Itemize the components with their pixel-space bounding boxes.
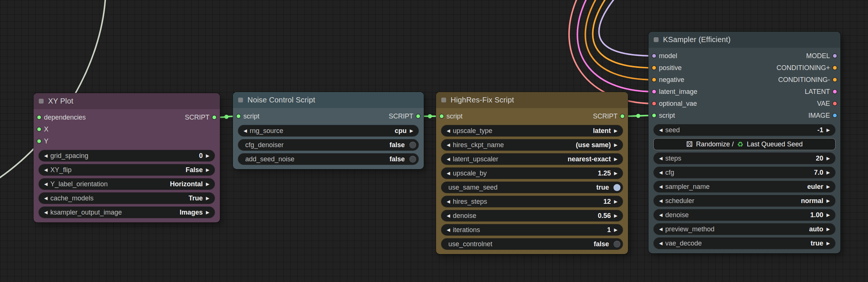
- decrement-arrow-icon[interactable]: ◀: [657, 184, 665, 189]
- input-slot-dot[interactable]: [652, 102, 656, 105]
- wire-latent-wire[interactable]: [577, 0, 653, 92]
- decrement-arrow-icon[interactable]: ◀: [42, 167, 50, 172]
- wire-vae-wire[interactable]: [569, 0, 653, 104]
- widget-hires_ckpt_name[interactable]: ◀hires_ckpt_name(use same)▶: [441, 139, 623, 150]
- input-slot-dot[interactable]: [652, 90, 656, 94]
- output-slot-SCRIPT[interactable]: SCRIPT: [593, 110, 624, 122]
- widget-upscale_type[interactable]: ◀upscale_typelatent▶: [441, 125, 623, 136]
- increment-arrow-icon[interactable]: ▶: [824, 127, 832, 133]
- collapse-icon[interactable]: [654, 37, 659, 42]
- input-slot-X[interactable]: X: [37, 123, 48, 135]
- increment-arrow-icon[interactable]: ▶: [612, 128, 619, 133]
- toggle-indicator[interactable]: [613, 241, 621, 248]
- input-slot-dot[interactable]: [652, 66, 656, 70]
- output-slot-dot[interactable]: [833, 54, 837, 58]
- input-slot-Y[interactable]: Y: [37, 135, 48, 147]
- input-slot-latent_image[interactable]: latent_image: [652, 86, 697, 98]
- input-slot-dot[interactable]: [237, 114, 240, 118]
- decrement-arrow-icon[interactable]: ◀: [657, 212, 665, 218]
- output-slot-SCRIPT[interactable]: SCRIPT: [185, 111, 216, 123]
- increment-arrow-icon[interactable]: ▶: [204, 196, 211, 201]
- output-slot-dot[interactable]: [833, 78, 837, 82]
- widget-XY_flip[interactable]: ◀XY_flipFalse▶: [39, 164, 215, 175]
- output-slot-LATENT[interactable]: LATENT: [805, 86, 837, 98]
- toggle-indicator[interactable]: [613, 184, 621, 191]
- output-slot-dot[interactable]: [833, 102, 837, 105]
- input-slot-negative[interactable]: negative: [652, 74, 684, 86]
- node-header[interactable]: KSampler (Efficient): [648, 32, 840, 48]
- widget-denoise[interactable]: ◀denoise1.00▶: [654, 209, 835, 221]
- decrement-arrow-icon[interactable]: ◀: [42, 153, 50, 158]
- decrement-arrow-icon[interactable]: ◀: [657, 198, 665, 203]
- output-slot-CONDITIONING-[interactable]: CONDITIONING-: [778, 74, 837, 86]
- decrement-arrow-icon[interactable]: ◀: [657, 226, 665, 232]
- node-graph-canvas[interactable]: XY PlotdependenciesSCRIPTXY◀grid_spacing…: [0, 0, 868, 282]
- node-header[interactable]: Noise Control Script: [233, 92, 424, 108]
- output-slot-SCRIPT[interactable]: SCRIPT: [389, 110, 420, 122]
- increment-arrow-icon[interactable]: ▶: [824, 170, 832, 175]
- increment-arrow-icon[interactable]: ▶: [612, 142, 619, 148]
- input-slot-script[interactable]: script: [652, 110, 675, 121]
- input-slot-dot[interactable]: [652, 114, 656, 117]
- toggle-indicator[interactable]: [409, 156, 416, 163]
- increment-arrow-icon[interactable]: ▶: [612, 171, 619, 176]
- widget-cfg[interactable]: ◀cfg7.0▶: [654, 167, 835, 178]
- collapse-icon[interactable]: [441, 98, 446, 102]
- collapse-icon[interactable]: [238, 98, 243, 102]
- collapse-icon[interactable]: [39, 99, 44, 104]
- widget-cache_models[interactable]: ◀cache_modelsTrue▶: [39, 193, 215, 204]
- widget-latent_upscaler[interactable]: ◀latent_upscalernearest-exact▶: [441, 153, 623, 165]
- widget-use_controlnet[interactable]: use_controlnetfalse: [441, 238, 623, 250]
- decrement-arrow-icon[interactable]: ◀: [657, 170, 665, 175]
- widget-cfg_denoiser[interactable]: cfg_denoiserfalse: [238, 139, 419, 150]
- node-header[interactable]: XY Plot: [34, 93, 220, 109]
- increment-arrow-icon[interactable]: ▶: [824, 184, 832, 189]
- widget-add_seed_noise[interactable]: add_seed_noisefalse: [238, 153, 419, 165]
- decrement-arrow-icon[interactable]: ◀: [445, 156, 452, 162]
- input-slot-optional_vae[interactable]: optional_vae: [652, 98, 697, 110]
- increment-arrow-icon[interactable]: ▶: [612, 227, 619, 232]
- widget-grid_spacing[interactable]: ◀grid_spacing0▶: [39, 150, 215, 161]
- input-slot-dependencies[interactable]: dependencies: [37, 111, 86, 123]
- link-midpoint-dot[interactable]: [428, 114, 432, 118]
- decrement-arrow-icon[interactable]: ◀: [445, 128, 452, 133]
- output-slot-VAE[interactable]: VAE: [817, 98, 837, 110]
- input-slot-positive[interactable]: positive: [652, 62, 682, 74]
- widget-vae_decode[interactable]: ◀vae_decodetrue▶: [654, 238, 835, 249]
- widget-steps[interactable]: ◀steps20▶: [654, 153, 835, 164]
- increment-arrow-icon[interactable]: ▶: [824, 241, 832, 246]
- link-midpoint-dot[interactable]: [636, 114, 640, 118]
- increment-arrow-icon[interactable]: ▶: [824, 198, 832, 203]
- input-slot-dot[interactable]: [440, 114, 444, 118]
- widget-scheduler[interactable]: ◀schedulernormal▶: [654, 195, 835, 206]
- output-slot-dot[interactable]: [833, 66, 837, 70]
- increment-arrow-icon[interactable]: ▶: [824, 226, 832, 232]
- wire-positive-wire[interactable]: [593, 0, 653, 68]
- output-slot-dot[interactable]: [833, 90, 837, 94]
- widget-sampler_name[interactable]: ◀sampler_nameeuler▶: [654, 181, 835, 192]
- decrement-arrow-icon[interactable]: ◀: [657, 127, 665, 133]
- output-slot-CONDITIONING+[interactable]: CONDITIONING+: [776, 62, 837, 74]
- wire-negative-wire[interactable]: [585, 0, 653, 80]
- input-slot-dot[interactable]: [652, 78, 656, 82]
- widget-hires_steps[interactable]: ◀hires_steps12▶: [441, 196, 623, 207]
- widget-use_same_seed[interactable]: use_same_seedtrue: [441, 182, 623, 193]
- decrement-arrow-icon[interactable]: ◀: [445, 142, 452, 148]
- input-slot-script[interactable]: script: [440, 110, 463, 122]
- seed-action-button[interactable]: ⚄Randomize /♻Last Queued Seed: [654, 139, 835, 150]
- input-slot-dot[interactable]: [37, 139, 41, 143]
- wire-model-wire[interactable]: [599, 0, 653, 56]
- widget-upscale_by[interactable]: ◀upscale_by1.25▶: [441, 168, 623, 179]
- increment-arrow-icon[interactable]: ▶: [204, 181, 211, 187]
- output-slot-dot[interactable]: [416, 114, 420, 118]
- output-slot-MODEL[interactable]: MODEL: [806, 50, 837, 62]
- increment-arrow-icon[interactable]: ▶: [612, 156, 619, 162]
- output-slot-dot[interactable]: [833, 114, 837, 117]
- widget-seed[interactable]: ◀seed-1▶: [654, 124, 835, 136]
- output-slot-dot[interactable]: [212, 115, 216, 119]
- increment-arrow-icon[interactable]: ▶: [408, 128, 415, 133]
- input-slot-script[interactable]: script: [237, 110, 259, 122]
- decrement-arrow-icon[interactable]: ◀: [445, 213, 452, 218]
- increment-arrow-icon[interactable]: ▶: [204, 153, 211, 158]
- input-slot-dot[interactable]: [37, 127, 41, 131]
